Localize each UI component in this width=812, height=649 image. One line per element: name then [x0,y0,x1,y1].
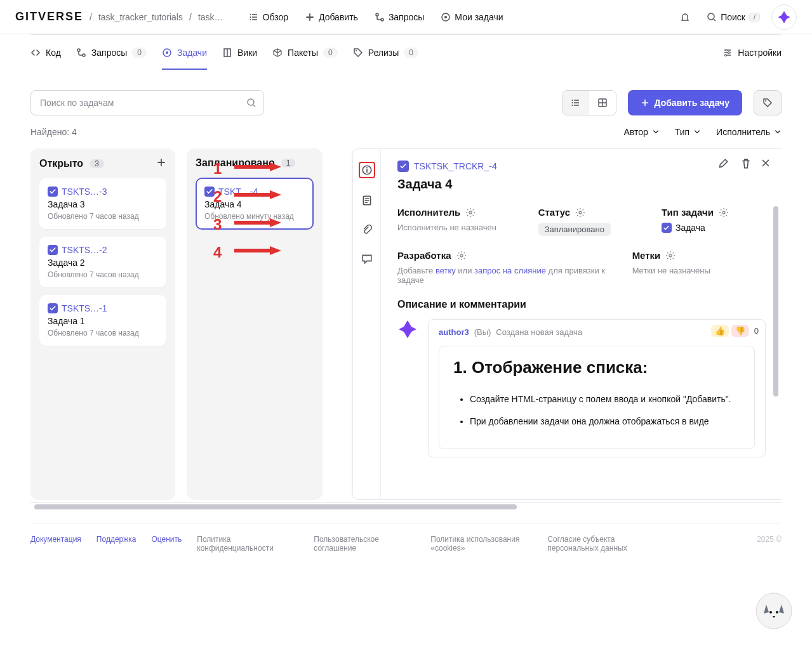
mascot-icon[interactable] [755,592,793,630]
task-card-meta: Обновлено 7 часов назад [48,329,158,338]
footer-doc[interactable]: Документация [30,535,81,544]
gear-icon[interactable] [575,207,585,218]
task-card-id[interactable]: TSKT…-4 [204,187,258,197]
task-type-icon [48,187,58,197]
view-board-button[interactable] [589,91,616,115]
nav-add[interactable]: Добавить [300,10,363,25]
nav-requests[interactable]: Запросы [369,10,429,25]
tab-code[interactable]: Код [30,36,61,69]
breadcrumb-repo[interactable]: task_tracker_tutorials [98,12,183,22]
tasks-search-input[interactable] [30,90,264,115]
footer-support[interactable]: Поддержка [97,535,136,544]
task-icon [162,48,172,58]
footer-year: 2025 © [757,535,782,544]
task-card-title: Задача 4 [204,199,305,209]
side-tab-attach[interactable] [360,223,374,237]
gear-icon[interactable] [465,207,476,218]
task-card[interactable]: TSKT…-4 Задача 4 Обновлено минуту назад [196,178,314,230]
topbar: GITVERSE / task_tracker_tutorials / task… [0,0,812,34]
task-card[interactable]: TSKTS…-2 Задача 2 Обновлено 7 часов наза… [39,237,166,287]
task-type-icon [204,187,215,197]
react-thumbs-up[interactable]: 👍 [711,325,729,337]
side-tab-doc[interactable] [360,193,374,207]
meta-dev: Разработка Добавьте ветку или запрос на … [397,250,625,285]
task-type-icon [397,161,409,172]
task-type-icon [662,223,672,233]
breadcrumb-project[interactable]: task… [198,12,223,22]
filter-bar: Найдено: 4 Автор Тип Исполнитель [0,127,812,148]
react-thumbs-down[interactable]: 👎 [731,325,749,337]
add-task-button[interactable]: Добавить задачу [628,90,743,115]
task-card-id[interactable]: TSKTS…-2 [48,245,107,255]
view-list-button[interactable] [562,91,589,115]
nav-mytasks[interactable]: Мои задачи [436,10,508,25]
avatar[interactable] [771,4,797,30]
tab-settings[interactable]: Настройки [722,36,782,69]
task-card-meta: Обновлено 7 часов назад [48,270,158,279]
gear-icon[interactable] [665,251,676,261]
book-icon [222,48,232,58]
column-title: Открыто [39,158,83,169]
nav-search[interactable]: Поиск/ [702,10,765,25]
scrollbar-vertical[interactable] [773,206,780,493]
tag-icon [762,98,773,108]
column-count: 3 [90,159,104,168]
filter-type[interactable]: Тип [675,127,701,137]
comment-author[interactable]: author3 [439,327,469,337]
footer-privacy[interactable]: Политика конфиденциальности [197,535,298,553]
task-card[interactable]: TSKTS…-1 Задача 1 Обновлено 7 часов наза… [39,295,166,346]
nav-notifications[interactable] [675,10,695,25]
link-branch[interactable]: ветку [436,266,456,275]
task-icon [441,12,451,22]
close-button[interactable] [761,158,771,170]
filter-author[interactable]: Автор [623,127,659,137]
scrollbar-horizontal[interactable] [30,502,782,510]
task-card-id[interactable]: TSKTS…-1 [48,303,107,313]
paperclip-icon [361,224,373,235]
code-icon [30,48,41,58]
nav-overview[interactable]: Обзор [244,10,293,25]
delete-button[interactable] [740,158,752,171]
footer-consent[interactable]: Согласие субъекта персональных данных [547,535,649,553]
kanban-board[interactable]: Открыто 3 TSKTS…-3 Задача 3 Обновлено 7 … [30,148,782,500]
footer-agreement[interactable]: Пользовательское соглашение [314,535,415,553]
pr-icon [76,48,86,58]
star-icon [777,10,791,24]
filter-assignee[interactable]: Исполнитель [716,127,782,137]
task-card-title: Задача 1 [48,316,158,326]
board-wrap: Открыто 3 TSKTS…-3 Задача 3 Обновлено 7 … [0,148,812,510]
labels-button[interactable] [754,90,782,115]
task-card[interactable]: TSKTS…-3 Задача 3 Обновлено 7 часов наза… [39,178,166,229]
footer-rate[interactable]: Оценить [151,535,182,544]
tab-releases[interactable]: Релизы0 [353,36,418,69]
info-icon [361,164,373,176]
status-badge[interactable]: Запланировано [538,223,611,236]
link-mr[interactable]: запрос на слияние [474,266,546,275]
bell-icon [680,12,690,22]
section-description: Описание и комментарии [397,299,766,310]
view-toggle [562,90,616,115]
gear-icon[interactable] [456,251,467,261]
panel-task-id[interactable]: TSKTSK_TRCKR_-4 [397,161,497,172]
tab-packages[interactable]: Пакеты0 [272,36,338,69]
side-tab-comments[interactable] [360,252,374,266]
footer-cookies[interactable]: Политика использования «cookies» [430,535,532,553]
task-card-title: Задача 2 [48,258,158,268]
panel-task-title: Задача 4 [397,177,766,192]
column-add-button[interactable] [156,157,166,169]
tab-requests[interactable]: Запросы0 [76,36,147,69]
task-card-meta: Обновлено минуту назад [204,212,305,221]
side-tab-info[interactable] [359,162,375,178]
plus-icon [156,157,166,167]
panel-side-tabs [353,149,381,499]
logo[interactable]: GITVERSE [15,10,83,23]
tab-wiki[interactable]: Вики [222,36,257,69]
star-icon [397,319,418,339]
tab-tasks[interactable]: Задачи [162,36,207,69]
task-type-icon [48,245,58,255]
meta-type: Тип задачи Задача [662,207,766,236]
package-icon [272,48,283,58]
gear-icon[interactable] [719,207,729,218]
task-card-id[interactable]: TSKTS…-3 [48,187,107,197]
edit-button[interactable] [717,158,729,171]
